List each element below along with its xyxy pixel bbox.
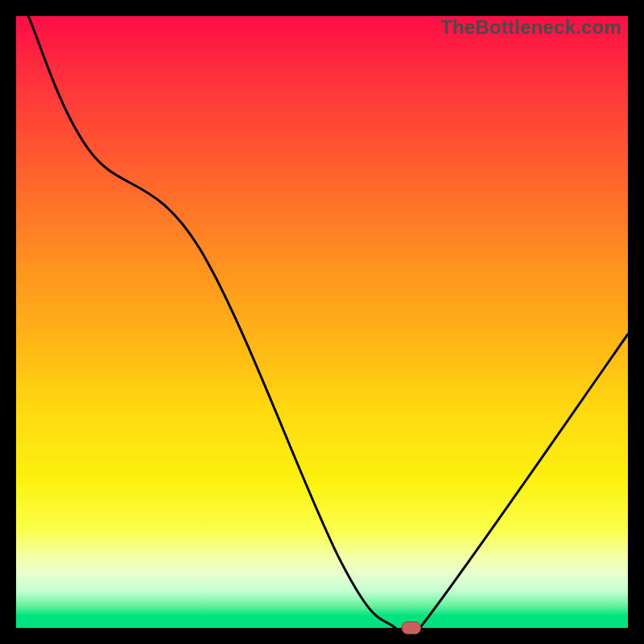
bottleneck-curve <box>16 16 628 628</box>
plot-area: TheBottleneck.com <box>16 16 628 628</box>
minimum-marker <box>402 621 421 634</box>
chart-frame: TheBottleneck.com <box>0 0 644 644</box>
